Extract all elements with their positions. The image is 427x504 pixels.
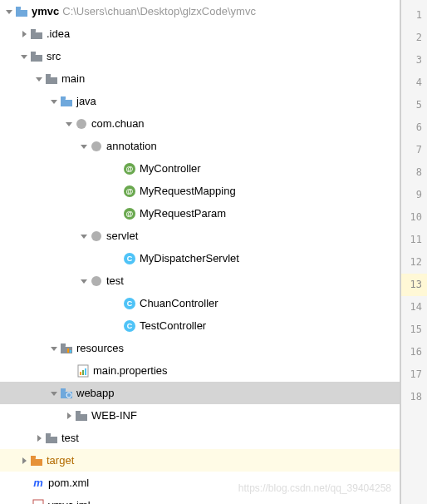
svg-text:C: C [127, 322, 133, 330]
svg-rect-28 [61, 388, 66, 391]
svg-rect-1 [31, 29, 36, 32]
pom-label: pom.xml [48, 472, 89, 494]
gutter-line: 14 [401, 296, 427, 319]
folder-icon [30, 50, 43, 63]
chevron-down-icon[interactable] [33, 76, 45, 82]
chevron-down-icon[interactable] [78, 278, 90, 284]
tree-row-myrequestparam[interactable]: @ MyRequestParam [0, 202, 400, 225]
folder-icon [30, 27, 43, 41]
chevron-down-icon[interactable] [48, 390, 60, 397]
tree-row-chuancontroller[interactable]: C ChuanController [0, 292, 400, 314]
svg-rect-32 [31, 456, 36, 458]
chevron-down-icon[interactable] [78, 143, 90, 150]
svg-point-16 [91, 276, 101, 286]
gutter-line: 16 [401, 341, 427, 363]
package-icon [75, 117, 88, 131]
tree-row-annotation[interactable]: annotation [0, 135, 400, 157]
annotation-label: annotation [106, 135, 157, 157]
gutter-line: 2 [401, 27, 427, 49]
chevron-right-icon[interactable] [63, 413, 75, 419]
tree-row-testcontroller[interactable]: C TestController [0, 314, 400, 337]
svg-point-13 [91, 231, 101, 241]
chevron-down-icon[interactable] [3, 8, 15, 15]
mycontroller-label: MyController [140, 157, 201, 180]
tree-row-pom[interactable]: m pom.xml [0, 472, 400, 494]
testpkg-label: test [106, 269, 124, 292]
testcontroller-label: TestController [140, 314, 206, 337]
tree-row-mycontroller[interactable]: @ MyController [0, 157, 400, 180]
tree-row-target[interactable]: target [0, 449, 400, 472]
tree-row-testdir[interactable]: test [0, 427, 400, 449]
folder-icon [45, 432, 58, 445]
tree-row-webinf[interactable]: WEB-INF [0, 404, 400, 427]
tree-row-servlet[interactable]: servlet [0, 225, 400, 247]
src-label: src [47, 45, 61, 67]
chevron-down-icon[interactable] [78, 233, 90, 240]
testdir-label: test [61, 427, 79, 449]
svg-rect-2 [31, 52, 36, 54]
chevron-right-icon[interactable] [18, 31, 30, 37]
tree-row-src[interactable]: src [0, 45, 400, 67]
tree-row-webapp[interactable]: webapp [0, 382, 400, 404]
tree-row-main[interactable]: main [0, 67, 400, 90]
target-label: target [47, 449, 74, 472]
chevron-right-icon[interactable] [18, 457, 30, 464]
tree-row-package[interactable]: com.chuan [0, 112, 400, 135]
svg-rect-25 [80, 372, 81, 375]
svg-text:C: C [127, 299, 133, 308]
gutter-line: 3 [401, 49, 427, 72]
tree-row-testpkg[interactable]: test [0, 269, 400, 292]
svg-text:m: m [33, 477, 43, 489]
class-icon: C [123, 252, 136, 265]
chuancontroller-label: ChuanController [140, 292, 218, 314]
root-path: C:\Users\chuan\Desktop\glzxCode\ymvc [62, 0, 256, 22]
resources-folder-icon [60, 342, 73, 355]
svg-point-6 [91, 141, 101, 151]
excluded-folder-icon [30, 454, 43, 467]
main-label: main [61, 67, 85, 90]
gutter-line: 5 [401, 94, 427, 116]
tree-row-dispatcher[interactable]: C MyDispatcherServlet [0, 247, 400, 269]
gutter-line: 6 [401, 116, 427, 139]
tree-row-resources[interactable]: resources [0, 337, 400, 359]
package-icon [90, 140, 103, 153]
tree-row-iml[interactable]: ymvc.iml [0, 494, 400, 504]
svg-rect-30 [76, 411, 81, 413]
java-label: java [76, 90, 96, 112]
tree-row-java[interactable]: java [0, 90, 400, 112]
gutter-line: 15 [401, 319, 427, 341]
gutter-line: 18 [401, 386, 427, 408]
tree-row-idea[interactable]: .idea [0, 22, 400, 45]
gutter-line: 4 [401, 72, 427, 94]
folder-icon [75, 409, 88, 422]
package-icon [90, 274, 103, 288]
svg-text:@: @ [126, 210, 134, 218]
editor-gutter: 123456789101112131415161718 [400, 0, 427, 504]
properties-file-icon [76, 364, 90, 378]
gutter-line: 7 [401, 139, 427, 161]
gutter-line: 11 [401, 229, 427, 251]
tree-row-mainprops[interactable]: main.properties [0, 359, 400, 382]
svg-rect-21 [61, 343, 66, 346]
gutter-line: 1 [401, 4, 427, 27]
servlet-label: servlet [106, 225, 138, 247]
chevron-down-icon[interactable] [63, 121, 75, 127]
gutter-line: 12 [401, 251, 427, 274]
svg-rect-26 [82, 370, 84, 375]
gutter-line: 17 [401, 363, 427, 386]
annotation-icon: @ [123, 185, 136, 198]
webapp-label: webapp [76, 382, 115, 404]
chevron-down-icon[interactable] [48, 98, 60, 105]
chevron-down-icon[interactable] [18, 53, 30, 60]
tree-row-root[interactable]: ymvc C:\Users\chuan\Desktop\glzxCode\ymv… [0, 0, 400, 22]
chevron-right-icon[interactable] [33, 435, 45, 442]
annotation-icon: @ [123, 207, 136, 220]
class-icon: C [123, 319, 136, 333]
svg-rect-31 [46, 433, 51, 436]
root-label: ymvc [32, 0, 59, 22]
mainprops-label: main.properties [93, 359, 168, 382]
tree-row-myrequestmapping[interactable]: @ MyRequestMapping [0, 180, 400, 202]
maven-file-icon: m [32, 477, 45, 490]
chevron-down-icon[interactable] [48, 345, 60, 352]
webinf-label: WEB-INF [91, 404, 137, 427]
